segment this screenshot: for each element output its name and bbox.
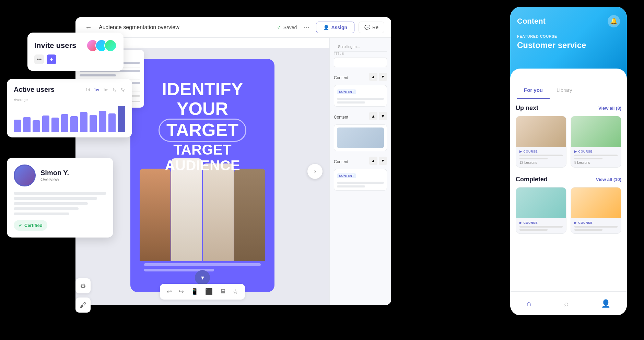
bar-10 (99, 111, 106, 132)
profile-lines (14, 192, 106, 215)
person-2 (171, 158, 202, 261)
app-header-banner: Content 🔔 FEATURED COURSE Customer servi… (510, 7, 627, 82)
course-card-1[interactable]: ▶ COURSE 12 Lessons (516, 116, 566, 168)
course-badge-icon-1: ▶ (519, 150, 522, 153)
course-line-1b (519, 158, 548, 159)
mobile-view-button[interactable]: 📱 (189, 287, 200, 297)
person-1 (140, 169, 171, 261)
course-img-4 (571, 187, 621, 218)
nav-search[interactable]: ⌕ (564, 299, 569, 308)
bar-5 (51, 118, 59, 132)
undo-button[interactable]: ↩ (165, 287, 173, 297)
course-card-2[interactable]: ▶ COURSE 8 Lessons (571, 116, 621, 168)
course-badge-icon-4: ▶ (574, 221, 577, 224)
nav-profile[interactable]: 👤 (601, 299, 610, 308)
assign-button[interactable]: 👤 Assign (316, 22, 354, 33)
slide-target-highlight: TARGET (159, 119, 246, 142)
panel-content-lines-1 (337, 98, 384, 104)
view-all-up-next[interactable]: View all (8) (598, 106, 621, 111)
au-average-label: Average (14, 98, 125, 102)
slide-down-button[interactable]: ▾ (195, 270, 210, 285)
bar-4 (42, 116, 50, 132)
desktop-view-button[interactable]: 🖥 (218, 287, 227, 297)
course-card-3[interactable]: ▶ COURSE (516, 187, 566, 234)
slide-people-group (130, 158, 274, 261)
course-meta-1: 12 Lessons (519, 161, 563, 165)
period-1w[interactable]: 1w (93, 87, 100, 93)
editor-header: ← Audience segmentation overview ✓ Saved… (75, 17, 391, 38)
review-icon: 💬 (364, 25, 370, 30)
course-meta-2: 8 Lessons (574, 161, 618, 165)
panel-scrolling: Scrolling m... (334, 42, 387, 52)
mobile-app: Content 🔔 FEATURED COURSE Customer servi… (510, 7, 627, 315)
course-lines-3 (519, 226, 563, 231)
settings-button[interactable]: ⚙ (75, 278, 91, 293)
app-tabs: For you Library (510, 82, 627, 99)
editor-toolbar-bottom: ↩ ↪ 📱 ⬛ 🖥 ☆ (160, 284, 245, 300)
panel-up-arrow-1[interactable]: ▲ (369, 73, 377, 81)
right-panel: Scrolling m... TITLE Content ▲ ▼ CONTENT (329, 38, 391, 305)
panel-content-item-1: CONTENT (334, 85, 387, 107)
up-next-grid: ▶ COURSE 12 Lessons ▶ COURSE (516, 116, 621, 168)
add-user-button[interactable]: + (47, 54, 56, 64)
panel-down-arrow-3[interactable]: ▼ (379, 157, 387, 165)
back-button[interactable]: ← (82, 22, 95, 33)
assign-icon: 👤 (323, 25, 329, 30)
panel-title-input[interactable] (334, 58, 387, 67)
saved-check-icon: ✓ (277, 24, 281, 31)
bar-2 (23, 117, 31, 132)
search-icon: ⌕ (564, 299, 569, 308)
view-all-completed[interactable]: View all (10) (596, 177, 621, 182)
slide-card: IDENTIFY YOUR TARGET TARGET AUDIENCE (130, 59, 274, 292)
content-line-2 (337, 101, 365, 104)
panel-content-section-3: Content ▲ ▼ CONTENT (334, 157, 387, 191)
period-1d[interactable]: 1d (85, 87, 91, 93)
profile-line-1 (14, 192, 106, 195)
certified-badge: ✓ Certified (14, 220, 47, 231)
content-label-1: Content (334, 75, 348, 80)
panel-title-section: TITLE (334, 52, 387, 67)
saved-label: Saved (283, 25, 297, 30)
panel-up-arrow-2[interactable]: ▲ (369, 112, 377, 120)
bar-6 (61, 114, 69, 132)
panel-arrows-1: ▲ ▼ (369, 73, 387, 81)
tab-for-you[interactable]: For you (517, 82, 550, 99)
more-dots-button[interactable]: ••• (34, 54, 44, 64)
tablet-view-button[interactable]: ⬛ (204, 287, 214, 297)
course-line-3b (519, 229, 548, 231)
bar-7 (70, 116, 78, 132)
course-info-4: ▶ COURSE (571, 218, 621, 233)
nav-home[interactable]: ⌂ (527, 299, 531, 308)
course-info-1: ▶ COURSE 12 Lessons (516, 147, 566, 167)
course-badge-1: ▶ COURSE (519, 150, 563, 153)
course-line-2b (574, 158, 602, 159)
profile-line-2 (14, 197, 97, 200)
bell-icon[interactable]: 🔔 (608, 15, 620, 27)
document-title: Audience segmentation overview (99, 24, 273, 31)
profile-icon: 👤 (601, 299, 610, 308)
panel-up-arrow-3[interactable]: ▲ (369, 157, 377, 165)
period-1y[interactable]: 1y (112, 87, 117, 93)
course-info-3: ▶ COURSE (516, 218, 566, 233)
course-card-4[interactable]: ▶ COURSE (571, 187, 621, 234)
wave-shape (510, 69, 627, 82)
course-img-1 (516, 116, 566, 147)
period-5y[interactable]: 5y (120, 87, 125, 93)
profile-name: Simon Y. (40, 169, 69, 177)
panel-down-arrow-2[interactable]: ▼ (379, 112, 387, 120)
profile-avatar (14, 165, 36, 186)
format-button[interactable]: 🖌 (75, 298, 91, 313)
panel-down-arrow-1[interactable]: ▼ (379, 73, 387, 81)
content-image-placeholder (337, 127, 384, 148)
more-options-button[interactable]: ⋯ (301, 22, 312, 33)
star-button[interactable]: ☆ (231, 287, 239, 297)
tab-library[interactable]: Library (550, 82, 579, 99)
review-button[interactable]: 💬 Re (359, 22, 384, 33)
bar-8 (80, 112, 87, 132)
profile-line-4 (14, 207, 79, 210)
period-1m[interactable]: 1m (102, 87, 109, 93)
panel-title-label: TITLE (334, 52, 387, 56)
content-badge-3: CONTENT (337, 173, 356, 178)
next-slide-button[interactable]: › (307, 164, 323, 179)
redo-button[interactable]: ↪ (177, 287, 185, 297)
